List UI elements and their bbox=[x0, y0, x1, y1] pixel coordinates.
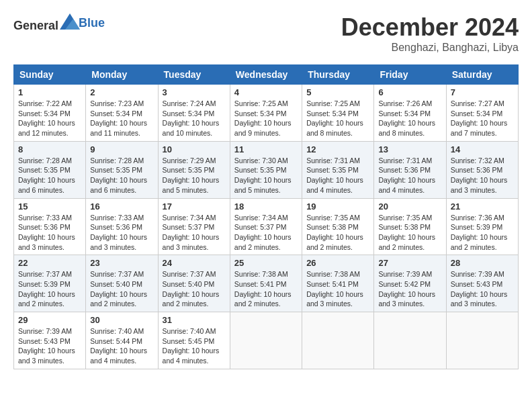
calendar-day-cell: 3 Sunrise: 7:24 AMSunset: 5:34 PMDayligh… bbox=[158, 85, 230, 142]
calendar-day-cell: 23 Sunrise: 7:37 AMSunset: 5:40 PMDaylig… bbox=[86, 255, 158, 312]
day-number: 8 bbox=[18, 144, 81, 154]
day-info: Sunrise: 7:25 AMSunset: 5:34 PMDaylight:… bbox=[234, 99, 298, 138]
day-info: Sunrise: 7:34 AMSunset: 5:37 PMDaylight:… bbox=[163, 213, 226, 253]
calendar-day-cell bbox=[374, 312, 446, 369]
weekday-header: Wednesday bbox=[230, 65, 302, 85]
calendar-day-cell: 30 Sunrise: 7:40 AMSunset: 5:44 PMDaylig… bbox=[86, 312, 158, 369]
day-info: Sunrise: 7:32 AMSunset: 5:36 PMDaylight:… bbox=[451, 156, 514, 195]
day-info: Sunrise: 7:40 AMSunset: 5:45 PMDaylight:… bbox=[163, 326, 226, 366]
calendar-table: SundayMondayTuesdayWednesdayThursdayFrid… bbox=[13, 64, 519, 369]
calendar-day-cell: 15 Sunrise: 7:33 AMSunset: 5:36 PMDaylig… bbox=[14, 198, 86, 255]
logo-icon bbox=[60, 13, 80, 30]
day-number: 17 bbox=[163, 201, 226, 212]
day-number: 1 bbox=[18, 87, 81, 97]
day-number: 19 bbox=[306, 201, 369, 212]
day-info: Sunrise: 7:23 AMSunset: 5:34 PMDaylight:… bbox=[90, 99, 153, 138]
weekday-header: Thursday bbox=[302, 65, 374, 85]
day-number: 31 bbox=[163, 315, 226, 325]
weekday-header: Tuesday bbox=[158, 65, 230, 85]
day-number: 7 bbox=[451, 87, 514, 97]
day-info: Sunrise: 7:39 AMSunset: 5:42 PMDaylight:… bbox=[378, 269, 441, 309]
day-number: 30 bbox=[90, 315, 153, 325]
day-number: 15 bbox=[18, 201, 81, 212]
calendar-week-row: 1 Sunrise: 7:22 AMSunset: 5:34 PMDayligh… bbox=[14, 85, 519, 142]
day-number: 27 bbox=[378, 258, 441, 268]
day-info: Sunrise: 7:39 AMSunset: 5:43 PMDaylight:… bbox=[451, 269, 514, 309]
calendar-day-cell: 27 Sunrise: 7:39 AMSunset: 5:42 PMDaylig… bbox=[374, 255, 446, 312]
day-info: Sunrise: 7:38 AMSunset: 5:41 PMDaylight:… bbox=[234, 269, 298, 309]
logo: General Blue bbox=[13, 13, 105, 33]
calendar-day-cell: 26 Sunrise: 7:38 AMSunset: 5:41 PMDaylig… bbox=[302, 255, 374, 312]
page-header: General Blue December 2024 Benghazi, Ban… bbox=[13, 13, 519, 54]
day-info: Sunrise: 7:30 AMSunset: 5:35 PMDaylight:… bbox=[234, 156, 298, 195]
month-title: December 2024 bbox=[341, 13, 519, 42]
logo-blue: Blue bbox=[79, 16, 105, 30]
calendar-day-cell: 29 Sunrise: 7:39 AMSunset: 5:43 PMDaylig… bbox=[14, 312, 86, 369]
calendar-day-cell: 21 Sunrise: 7:36 AMSunset: 5:39 PMDaylig… bbox=[446, 198, 518, 255]
calendar-day-cell: 8 Sunrise: 7:28 AMSunset: 5:35 PMDayligh… bbox=[14, 141, 86, 198]
day-info: Sunrise: 7:40 AMSunset: 5:44 PMDaylight:… bbox=[90, 326, 153, 366]
calendar-day-cell: 1 Sunrise: 7:22 AMSunset: 5:34 PMDayligh… bbox=[14, 85, 86, 142]
calendar-day-cell: 13 Sunrise: 7:31 AMSunset: 5:36 PMDaylig… bbox=[374, 141, 446, 198]
day-number: 22 bbox=[18, 258, 81, 268]
calendar-day-cell: 16 Sunrise: 7:33 AMSunset: 5:36 PMDaylig… bbox=[86, 198, 158, 255]
day-number: 10 bbox=[163, 144, 226, 154]
day-info: Sunrise: 7:35 AMSunset: 5:38 PMDaylight:… bbox=[378, 213, 441, 253]
weekday-header: Sunday bbox=[14, 65, 86, 85]
day-number: 4 bbox=[234, 87, 298, 97]
day-number: 20 bbox=[378, 201, 441, 212]
calendar-day-cell: 14 Sunrise: 7:32 AMSunset: 5:36 PMDaylig… bbox=[446, 141, 518, 198]
day-info: Sunrise: 7:28 AMSunset: 5:35 PMDaylight:… bbox=[90, 156, 153, 195]
day-info: Sunrise: 7:39 AMSunset: 5:43 PMDaylight:… bbox=[18, 326, 81, 366]
day-number: 11 bbox=[234, 144, 298, 154]
day-number: 9 bbox=[90, 144, 153, 154]
calendar-week-row: 15 Sunrise: 7:33 AMSunset: 5:36 PMDaylig… bbox=[14, 198, 519, 255]
calendar-day-cell: 22 Sunrise: 7:37 AMSunset: 5:39 PMDaylig… bbox=[14, 255, 86, 312]
weekday-header: Friday bbox=[374, 65, 446, 85]
day-info: Sunrise: 7:26 AMSunset: 5:34 PMDaylight:… bbox=[378, 99, 441, 138]
day-number: 24 bbox=[163, 258, 226, 268]
day-number: 16 bbox=[90, 201, 153, 212]
calendar-day-cell: 2 Sunrise: 7:23 AMSunset: 5:34 PMDayligh… bbox=[86, 85, 158, 142]
weekday-header: Saturday bbox=[446, 65, 518, 85]
calendar-day-cell: 6 Sunrise: 7:26 AMSunset: 5:34 PMDayligh… bbox=[374, 85, 446, 142]
day-info: Sunrise: 7:33 AMSunset: 5:36 PMDaylight:… bbox=[18, 213, 81, 253]
day-info: Sunrise: 7:38 AMSunset: 5:41 PMDaylight:… bbox=[306, 269, 369, 309]
day-number: 5 bbox=[306, 87, 369, 97]
day-info: Sunrise: 7:29 AMSunset: 5:35 PMDaylight:… bbox=[163, 156, 226, 195]
day-info: Sunrise: 7:31 AMSunset: 5:36 PMDaylight:… bbox=[378, 156, 441, 195]
day-info: Sunrise: 7:35 AMSunset: 5:38 PMDaylight:… bbox=[306, 213, 369, 253]
day-number: 3 bbox=[163, 87, 226, 97]
calendar-day-cell: 31 Sunrise: 7:40 AMSunset: 5:45 PMDaylig… bbox=[158, 312, 230, 369]
calendar-day-cell: 18 Sunrise: 7:34 AMSunset: 5:37 PMDaylig… bbox=[230, 198, 302, 255]
day-number: 23 bbox=[90, 258, 153, 268]
day-info: Sunrise: 7:27 AMSunset: 5:34 PMDaylight:… bbox=[451, 99, 514, 138]
calendar-day-cell: 12 Sunrise: 7:31 AMSunset: 5:35 PMDaylig… bbox=[302, 141, 374, 198]
day-info: Sunrise: 7:37 AMSunset: 5:39 PMDaylight:… bbox=[18, 269, 81, 309]
calendar-day-cell: 19 Sunrise: 7:35 AMSunset: 5:38 PMDaylig… bbox=[302, 198, 374, 255]
calendar-day-cell: 17 Sunrise: 7:34 AMSunset: 5:37 PMDaylig… bbox=[158, 198, 230, 255]
day-info: Sunrise: 7:37 AMSunset: 5:40 PMDaylight:… bbox=[163, 269, 226, 309]
calendar-day-cell bbox=[446, 312, 518, 369]
calendar-day-cell: 25 Sunrise: 7:38 AMSunset: 5:41 PMDaylig… bbox=[230, 255, 302, 312]
day-number: 25 bbox=[234, 258, 298, 268]
calendar-day-cell bbox=[230, 312, 302, 369]
day-info: Sunrise: 7:31 AMSunset: 5:35 PMDaylight:… bbox=[306, 156, 369, 195]
day-number: 18 bbox=[234, 201, 298, 212]
calendar-day-cell: 7 Sunrise: 7:27 AMSunset: 5:34 PMDayligh… bbox=[446, 85, 518, 142]
day-number: 26 bbox=[306, 258, 369, 268]
day-number: 29 bbox=[18, 315, 81, 325]
calendar-day-cell: 20 Sunrise: 7:35 AMSunset: 5:38 PMDaylig… bbox=[374, 198, 446, 255]
calendar-day-cell: 11 Sunrise: 7:30 AMSunset: 5:35 PMDaylig… bbox=[230, 141, 302, 198]
calendar-week-row: 29 Sunrise: 7:39 AMSunset: 5:43 PMDaylig… bbox=[14, 312, 519, 369]
day-info: Sunrise: 7:24 AMSunset: 5:34 PMDaylight:… bbox=[163, 99, 226, 138]
day-number: 2 bbox=[90, 87, 153, 97]
calendar-week-row: 22 Sunrise: 7:37 AMSunset: 5:39 PMDaylig… bbox=[14, 255, 519, 312]
day-number: 14 bbox=[451, 144, 514, 154]
day-info: Sunrise: 7:37 AMSunset: 5:40 PMDaylight:… bbox=[90, 269, 153, 309]
logo-general: General bbox=[13, 19, 58, 32]
calendar-day-cell: 10 Sunrise: 7:29 AMSunset: 5:35 PMDaylig… bbox=[158, 141, 230, 198]
day-number: 21 bbox=[451, 201, 514, 212]
day-info: Sunrise: 7:22 AMSunset: 5:34 PMDaylight:… bbox=[18, 99, 81, 138]
calendar-week-row: 8 Sunrise: 7:28 AMSunset: 5:35 PMDayligh… bbox=[14, 141, 519, 198]
